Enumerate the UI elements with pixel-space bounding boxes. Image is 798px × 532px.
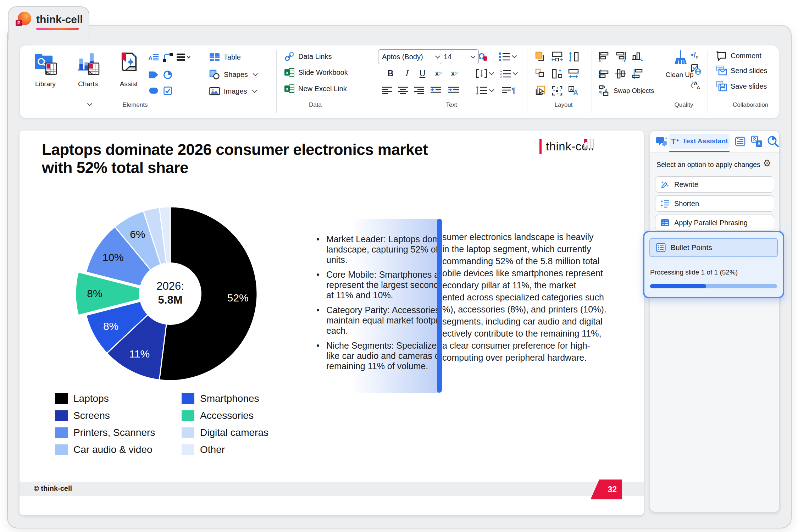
select-object-icon[interactable]: [535, 85, 547, 96]
new-excel-link-button[interactable]: x New Excel Link: [284, 84, 347, 94]
underline-button[interactable]: U: [416, 67, 429, 79]
bullet-item: Core Mobile: Smartphones anrepresent the…: [313, 270, 440, 300]
save-slides-label: Save slides: [731, 82, 767, 90]
selection-divider-bar[interactable]: [437, 219, 442, 393]
fit-frame-icon[interactable]: [551, 51, 563, 62]
chat-tab-icon[interactable]: [655, 137, 668, 147]
pie-slice-label: 8%: [103, 320, 118, 332]
align-middle-icon[interactable]: [598, 68, 610, 79]
bring-forward-icon[interactable]: [535, 68, 547, 79]
autofit-text-icon[interactable]: A A: [567, 85, 580, 96]
brand-red-bar: [539, 139, 542, 154]
align-left-edges-icon[interactable]: [598, 51, 610, 62]
numbered-list-button[interactable]: 123: [498, 67, 519, 79]
comment-button[interactable]: Comment: [716, 50, 761, 61]
settings-gear-icon[interactable]: ⚙: [763, 158, 771, 169]
slide-title[interactable]: Laptops dominate 2026 consumer electroni…: [42, 140, 428, 177]
proofing-marks-icon[interactable]: •/,: [691, 50, 698, 60]
stretch-width-icon[interactable]: [567, 68, 580, 79]
rounded-rectangle-icon[interactable]: [148, 87, 159, 95]
legend-row: Smartphones: [182, 393, 306, 404]
send-slides-button[interactable]: Send slides: [716, 65, 767, 76]
data-links-button[interactable]: Data Links: [284, 51, 332, 62]
pilcrow-icon: ¶: [511, 86, 516, 95]
bullet-points-button[interactable]: Bullet Points: [649, 238, 778, 257]
font-size-select[interactable]: 14: [440, 49, 479, 64]
shapes-button[interactable]: Shapes: [209, 70, 257, 79]
charts-button[interactable]: Charts: [68, 50, 107, 88]
numbered-list-icon: 123: [499, 68, 511, 78]
table-button[interactable]: Table: [209, 52, 241, 62]
send-to-back-icon[interactable]: [535, 51, 547, 62]
spellcheck-globe-icon[interactable]: [689, 63, 702, 77]
paragraph-textbox[interactable]: sumer electronics landscape is heavilyin…: [442, 232, 609, 365]
align-center-vertical-icon[interactable]: [615, 68, 627, 79]
legend-swatch: [182, 444, 194, 455]
stretch-height-icon[interactable]: [567, 51, 580, 62]
library-button[interactable]: Library: [26, 50, 65, 88]
insert-symbol-button[interactable]: Ω: [476, 50, 489, 62]
increase-indent-button[interactable]: [447, 84, 460, 96]
assist-button[interactable]: Assist: [109, 50, 148, 88]
thinkcell-ribbon-tab[interactable]: P think-cell: [8, 6, 89, 40]
align-bottom-icon[interactable]: [631, 51, 643, 62]
notes-tab-icon[interactable]: [735, 136, 746, 147]
increase-indent-icon: [448, 86, 459, 95]
slide-canvas[interactable]: Laptops dominate 2026 consumer electroni…: [20, 131, 644, 515]
bullet-list-button[interactable]: [497, 50, 517, 62]
checkbox-icon[interactable]: [162, 87, 173, 95]
swap-objects-label: Swap Objects: [614, 87, 654, 95]
rewrite-button[interactable]: Rewrite: [655, 176, 774, 193]
chart-review-tab-icon[interactable]: [767, 135, 779, 148]
charts-label: Charts: [68, 80, 107, 88]
align-right-button[interactable]: [412, 84, 426, 96]
align-left-button[interactable]: [380, 84, 394, 96]
save-slides-button[interactable]: Save slides: [716, 81, 767, 92]
legend-row: Printers, Scanners: [55, 427, 179, 438]
font-name-select[interactable]: Aptos (Body): [378, 49, 443, 64]
list-menu-icon[interactable]: [177, 52, 191, 62]
translate-tab-icon[interactable]: A: [751, 135, 763, 148]
paragraph-line: segments, including car audio and digita…: [442, 316, 609, 328]
bullets-textbox[interactable]: Market Leader: Laptops domilandscape, ca…: [309, 219, 440, 393]
text-block-icon[interactable]: A: [148, 52, 159, 62]
page-number: 32: [608, 485, 617, 494]
slide-title-line1: Laptops dominate 2026 consumer electroni…: [42, 140, 428, 159]
slide-workbook-button[interactable]: x Slide Workbook: [284, 67, 348, 77]
apply-parallel-phrasing-button[interactable]: Apply Parallel Phrasing: [655, 215, 774, 231]
resize-vertical-icon[interactable]: [551, 68, 563, 79]
svg-text:A: A: [573, 89, 578, 96]
tab-text-assistant[interactable]: T Text Assistant: [669, 134, 730, 149]
position-lock-icon[interactable]: [551, 85, 563, 96]
shapes-icon: [209, 70, 220, 79]
bullet-points-icon: [656, 243, 666, 252]
pie-chart[interactable]: 52%11%8%8%10%6%2026:5.8M: [74, 198, 266, 389]
images-icon: [209, 87, 220, 96]
shorten-button[interactable]: Shorten: [655, 195, 774, 212]
decrease-indent-icon: [431, 86, 441, 95]
active-tab-underline: [669, 151, 730, 152]
align-center-button[interactable]: [396, 84, 410, 96]
parallel-phrasing-icon: [660, 218, 670, 227]
line-spacing-button[interactable]: [474, 84, 495, 96]
superscript-button[interactable]: x2: [448, 67, 461, 79]
images-label: Images: [224, 87, 247, 95]
swap-objects-button[interactable]: Swap Objects: [598, 85, 654, 96]
images-button[interactable]: Images: [209, 87, 256, 96]
change-case-icon[interactable]: A A: [689, 79, 702, 92]
paragraph-line: %), accessories (8%), and printers (10%)…: [442, 304, 609, 316]
align-right-edges-icon[interactable]: [615, 51, 627, 62]
send-slides-label: Send slides: [731, 67, 767, 75]
tag-icon[interactable]: [148, 71, 159, 79]
fit-text-button[interactable]: [474, 67, 495, 79]
library-icon: [34, 50, 57, 77]
decrease-indent-button[interactable]: [429, 84, 443, 96]
connector-icon[interactable]: [162, 52, 173, 62]
collapse-chevron-icon[interactable]: [86, 101, 92, 107]
subscript-button[interactable]: x2: [432, 67, 445, 79]
bold-button[interactable]: B: [384, 67, 397, 79]
harvey-ball-icon[interactable]: [162, 70, 173, 79]
italic-button[interactable]: I: [400, 67, 413, 79]
paragraph-marks-button[interactable]: ¶: [499, 84, 519, 96]
distribute-icon[interactable]: [631, 68, 643, 79]
